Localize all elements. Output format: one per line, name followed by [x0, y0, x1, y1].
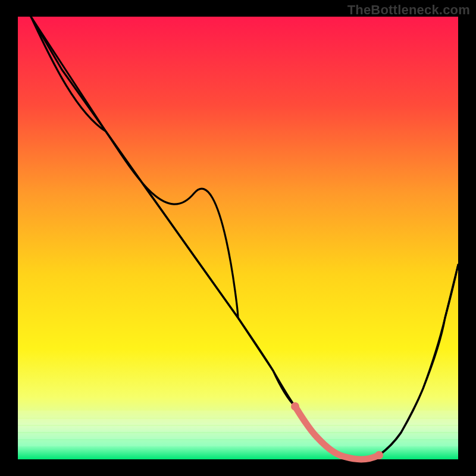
svg-rect-1: [18, 419, 458, 425]
svg-rect-0: [18, 411, 458, 418]
chart-frame: TheBottleneck.com: [0, 0, 476, 476]
watermark-text: TheBottleneck.com: [347, 2, 470, 18]
bottom-bands: [18, 411, 458, 446]
svg-rect-2: [18, 426, 458, 432]
valley-dot-left: [291, 402, 299, 411]
svg-rect-3: [18, 433, 458, 439]
valley-dot-right: [375, 451, 383, 459]
plot-area: [18, 17, 458, 459]
chart-svg: [0, 0, 476, 476]
